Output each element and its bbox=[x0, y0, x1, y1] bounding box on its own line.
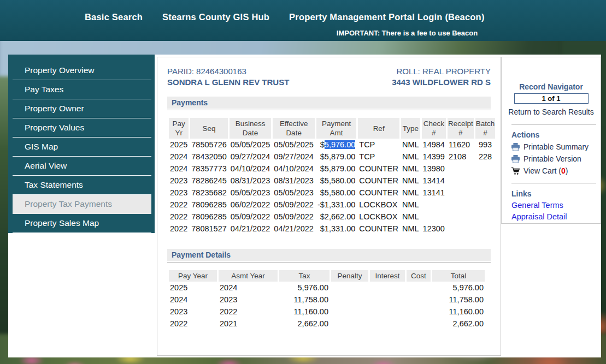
column-header: Interest bbox=[370, 270, 405, 282]
return-to-search-results-link[interactable]: Return to Search Results bbox=[502, 108, 601, 116]
record-navigator-panel: Record Navigator 1 of 1 Return to Search… bbox=[501, 57, 601, 224]
divider bbox=[167, 110, 491, 110]
record-navigator-value[interactable]: 1 of 1 bbox=[514, 93, 589, 104]
column-header: Effective Date bbox=[273, 118, 315, 139]
column-header: Penalty bbox=[331, 270, 368, 282]
table-row: 202220212,662.002,662.00 bbox=[169, 318, 485, 330]
printer-icon bbox=[511, 155, 520, 163]
payments-table: Pay YrSeqBusiness DateEffective DatePaym… bbox=[167, 118, 497, 235]
column-header: Check # bbox=[422, 118, 446, 139]
record-navigator-title: Record Navigator bbox=[502, 82, 601, 91]
cart-icon bbox=[511, 167, 520, 175]
column-header: Tax bbox=[279, 270, 330, 282]
selected-text: 5,976.00 bbox=[325, 140, 355, 149]
table-row: 20227808152704/21/202204/21/2022$1,331.0… bbox=[169, 223, 495, 235]
table-row: 20237823568205/05/202305/05/2023$5,580.0… bbox=[169, 187, 495, 199]
column-header: Type bbox=[401, 118, 420, 139]
column-header: Pay Yr bbox=[169, 118, 189, 139]
table-row: 20227809628505/09/202205/09/2022$2,662.0… bbox=[169, 211, 495, 223]
printer-icon bbox=[511, 143, 520, 151]
column-header: Business Date bbox=[230, 118, 272, 139]
column-header: Pay Year bbox=[169, 270, 217, 282]
table-row: 20237828624508/31/202308/31/2023$5,580.0… bbox=[169, 175, 495, 187]
view-cart-label: View Cart (0) bbox=[523, 166, 568, 175]
column-header: Cost bbox=[407, 270, 431, 282]
owner-name: SONDRA L GLENN REV TRUST bbox=[167, 77, 289, 88]
column-header: Total bbox=[432, 270, 485, 282]
property-header: PARID: 82464300163 SONDRA L GLENN REV TR… bbox=[167, 66, 491, 88]
sidebar-item-property-values[interactable]: Property Values bbox=[13, 118, 151, 138]
sidebar-item-property-sales-map[interactable]: Property Sales Map bbox=[13, 214, 151, 233]
sidebar-item-pay-taxes[interactable]: Pay Taxes bbox=[13, 80, 151, 99]
appraisal-detail-link[interactable]: Appraisal Detail bbox=[511, 212, 601, 221]
top-navigation-bar: Basic SearchStearns County GIS HubProper… bbox=[0, 0, 606, 41]
links-title: Links bbox=[511, 189, 601, 198]
column-header: Seq bbox=[190, 118, 228, 139]
general-terms-link[interactable]: General Terms bbox=[511, 201, 601, 210]
printable-version-link[interactable]: Printable Version bbox=[511, 154, 601, 163]
table-row: 20247843205009/27/202409/27/2024$5,879.0… bbox=[169, 151, 495, 163]
table-header-row: Pay YrSeqBusiness DateEffective DatePaym… bbox=[169, 118, 495, 139]
table-row: 20227809628506/02/202205/09/2022-$1,331.… bbox=[169, 199, 495, 211]
sidebar-item-property-tax-payments[interactable]: Property Tax Payments bbox=[13, 195, 151, 214]
content-wrapper: Property OverviewPay TaxesProperty Owner… bbox=[8, 55, 601, 357]
column-header: Ref bbox=[358, 118, 399, 139]
payment-details-table: Pay YearAsmt YearTaxPenaltyInterestCostT… bbox=[167, 270, 486, 330]
property-header-left: PARID: 82464300163 SONDRA L GLENN REV TR… bbox=[167, 66, 289, 88]
nav-basic-search[interactable]: Basic Search bbox=[85, 12, 143, 22]
column-header: Receipt # bbox=[448, 118, 474, 139]
cart-count: 0 bbox=[561, 166, 566, 175]
sidebar-menu: Property OverviewPay TaxesProperty Owner… bbox=[8, 55, 155, 233]
sidebar-item-property-owner[interactable]: Property Owner bbox=[13, 99, 151, 118]
column-header: Asmt Year bbox=[219, 270, 278, 282]
top-nav: Basic SearchStearns County GIS HubProper… bbox=[0, 0, 606, 22]
printable-summary-label: Printable Summary bbox=[523, 142, 589, 151]
parid: PARID: 82464300163 bbox=[167, 66, 289, 77]
nav-stearns-county-gis-hub[interactable]: Stearns County GIS Hub bbox=[162, 12, 269, 22]
divider bbox=[167, 262, 491, 262]
printable-summary-link[interactable]: Printable Summary bbox=[511, 142, 601, 151]
sidebar-item-aerial-view[interactable]: Aerial View bbox=[13, 157, 151, 176]
sidebar-item-gis-map[interactable]: GIS Map bbox=[13, 138, 151, 157]
property-header-right: ROLL: REAL PROPERTY 3443 WILDFLOWER RD S bbox=[392, 66, 491, 88]
sidebar-item-tax-statements[interactable]: Tax Statements bbox=[13, 176, 151, 195]
table-row: 202520245,976.005,976.00 bbox=[169, 282, 485, 294]
payment-details-section-header: Payment Details bbox=[167, 249, 491, 261]
view-cart-link[interactable]: View Cart (0) bbox=[511, 166, 601, 175]
sidebar-item-property-overview[interactable]: Property Overview bbox=[13, 61, 151, 80]
printable-version-label: Printable Version bbox=[523, 154, 581, 163]
roll-type: ROLL: REAL PROPERTY bbox=[392, 66, 491, 77]
column-header: Payment Amt bbox=[316, 118, 356, 139]
fee-notice: IMPORTANT: There is a fee to use Beacon bbox=[284, 29, 530, 37]
actions-title: Actions bbox=[511, 130, 601, 139]
property-address: 3443 WILDFLOWER RD S bbox=[392, 77, 491, 88]
main-panel: PARID: 82464300163 SONDRA L GLENN REV TR… bbox=[157, 57, 501, 356]
table-header-row: Pay YearAsmt YearTaxPenaltyInterestCostT… bbox=[169, 270, 485, 282]
table-row: 2023202211,160.0011,160.00 bbox=[169, 306, 485, 318]
payments-section-header: Payments bbox=[167, 97, 491, 109]
table-row: 20247835777304/10/202404/10/2024$5,879.0… bbox=[169, 163, 495, 175]
divider bbox=[511, 124, 596, 124]
table-row: 2024202311,758.0011,758.00 bbox=[169, 294, 485, 306]
table-row: 20257850572605/05/202505/05/2025$5,976.0… bbox=[169, 139, 495, 151]
column-header: Batch # bbox=[475, 118, 496, 139]
divider bbox=[511, 183, 596, 183]
nav-property-management-portal-login-beacon[interactable]: Property Management Portal Login (Beacon… bbox=[289, 12, 485, 22]
